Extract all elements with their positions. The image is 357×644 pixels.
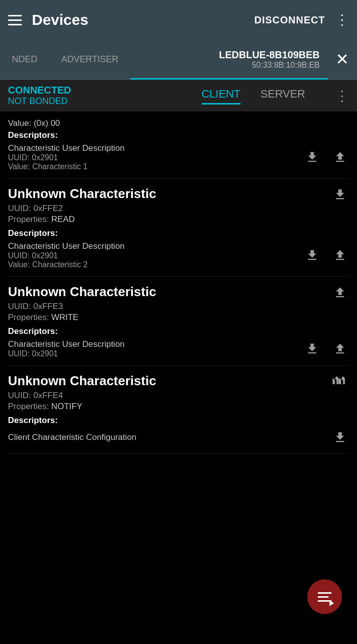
tab-advertiser[interactable]: ADVERTISER	[49, 40, 130, 79]
tab-bar: NDED ADVERTISER LEDBLUE-8B109BEB 50:33:8…	[0, 40, 357, 80]
tab-client[interactable]: CLIENT	[202, 88, 240, 104]
descriptors-label-3: Descriptors:	[8, 416, 349, 426]
descriptor-uuid-0: UUID: 0x2901	[8, 153, 303, 162]
upload-icon-1b[interactable]	[331, 246, 349, 264]
app-bar: Devices DISCONNECT ⋮	[0, 0, 357, 40]
char-uuid-3: UUID: 0xFFE4	[8, 391, 349, 401]
main-content: Value: (0x) 00 Descriptors: Characterist…	[0, 111, 357, 454]
value-line-0: Value: (0x) 00	[8, 118, 349, 128]
device-address: 50:33:8B:10:9B:EB	[252, 61, 320, 70]
char-icons-2	[331, 284, 349, 302]
menu-icon[interactable]	[8, 15, 22, 25]
char-section-1: Unknown Characteristic UUID: 0xFFE2 Prop…	[8, 179, 349, 277]
descriptor-uuid-1: UUID: 0x2901	[8, 251, 303, 260]
download-icon-1b[interactable]	[303, 246, 321, 264]
char-props-1: Properties: READ	[8, 215, 349, 224]
char-section-0: Value: (0x) 00 Descriptors: Characterist…	[8, 111, 349, 179]
descriptors-label-0: Descriptors:	[8, 130, 349, 140]
disconnect-button[interactable]: DISCONNECT	[254, 14, 325, 26]
char-header-1: Unknown Characteristic	[8, 186, 349, 204]
char-section-2: Unknown Characteristic UUID: 0xFFE3 Prop…	[8, 277, 349, 366]
char-section-3: Unknown Characteristic UUID: 0xFFE4 Prop…	[8, 366, 349, 454]
descriptor-row-2: Characteristic User Description UUID: 0x…	[8, 339, 349, 358]
char-header-2: Unknown Characteristic	[8, 284, 349, 302]
download-icon-3b[interactable]	[331, 429, 349, 446]
char-props-3: Properties: NOTIFY	[8, 402, 349, 412]
descriptor-value-1: Value: Characteristic 2	[8, 260, 303, 269]
connected-label: CONNECTED	[8, 85, 202, 96]
char-header-3: Unknown Characteristic	[8, 373, 349, 391]
descriptor-icons-1	[303, 246, 349, 264]
client-server-tabs: CLIENT SERVER ⋮	[202, 88, 349, 104]
device-name: LEDBLUE-8B109BEB	[219, 49, 320, 61]
char-icons-3	[331, 373, 349, 391]
descriptor-icons-0	[303, 148, 349, 166]
descriptor-row-0: Characteristic User Description UUID: 0x…	[8, 143, 349, 171]
descriptor-uuid-2: UUID: 0x2901	[8, 349, 303, 358]
char-title-2: Unknown Characteristic	[8, 284, 156, 300]
descriptor-info-0: Characteristic User Description UUID: 0x…	[8, 143, 303, 171]
descriptors-label-2: Descriptors:	[8, 326, 349, 336]
descriptors-label-1: Descriptors:	[8, 228, 349, 238]
tab-device[interactable]: LEDBLUE-8B109BEB 50:33:8B:10:9B:EB	[130, 40, 328, 79]
connection-status: CONNECTED NOT BONDED	[8, 85, 202, 107]
more-vertical-icon[interactable]: ⋮	[335, 13, 349, 27]
descriptor-name-0: Characteristic User Description	[8, 143, 303, 153]
char-props-2: Properties: WRITE	[8, 313, 349, 322]
download-icon-0[interactable]	[303, 148, 321, 166]
descriptor-value-0: Value: Characteristic 1	[8, 162, 303, 171]
descriptor-row-3: Client Characteristic Configuration	[8, 429, 349, 446]
descriptor-icons-2	[303, 340, 349, 358]
descriptor-info-3: Client Characteristic Configuration	[8, 432, 331, 442]
descriptor-name-2: Characteristic User Description	[8, 339, 303, 349]
char-uuid-2: UUID: 0xFFE3	[8, 302, 349, 312]
descriptor-icons-3	[331, 429, 349, 446]
bonded-label: NOT BONDED	[8, 96, 202, 107]
char-title-3: Unknown Characteristic	[8, 373, 156, 389]
descriptor-info-1: Characteristic User Description UUID: 0x…	[8, 241, 303, 269]
char-icons-1	[331, 186, 349, 204]
close-icon[interactable]: ✕	[328, 40, 357, 79]
status-bar: CONNECTED NOT BONDED CLIENT SERVER ⋮	[0, 80, 357, 111]
more-options-icon[interactable]: ⋮	[335, 88, 349, 104]
char-title-1: Unknown Characteristic	[8, 186, 156, 202]
upload-icon-2b[interactable]	[331, 340, 349, 358]
tab-server[interactable]: SERVER	[260, 88, 305, 104]
upload-icon-0[interactable]	[331, 148, 349, 166]
notify-icon-3[interactable]	[331, 373, 349, 391]
fab-button[interactable]	[307, 579, 342, 614]
descriptor-row-1: Characteristic User Description UUID: 0x…	[8, 241, 349, 269]
descriptor-name-3: Client Characteristic Configuration	[8, 432, 331, 442]
descriptor-name-1: Characteristic User Description	[8, 241, 303, 251]
download-icon-2b[interactable]	[303, 340, 321, 358]
app-title: Devices	[32, 11, 254, 28]
tab-bonded[interactable]: NDED	[0, 40, 49, 79]
char-uuid-1: UUID: 0xFFE2	[8, 204, 349, 214]
upload-icon-2[interactable]	[331, 284, 349, 302]
download-icon-1[interactable]	[331, 186, 349, 204]
descriptor-info-2: Characteristic User Description UUID: 0x…	[8, 339, 303, 358]
